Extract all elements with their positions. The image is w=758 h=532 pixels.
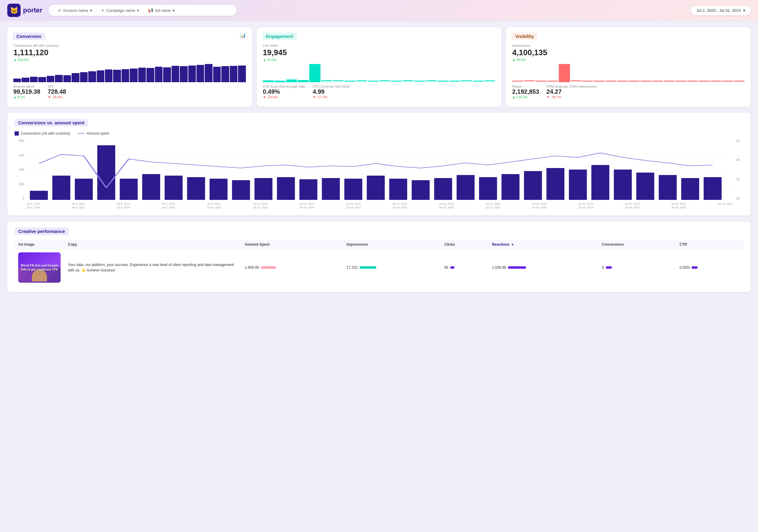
y-axis-left: 80K 60K 40K 20K 0 [15,139,24,209]
clicks-bar-cell: 95 [444,266,485,270]
svg-rect-8 [52,176,70,200]
engagement-mini-chart [263,64,496,82]
campaign-filter[interactable]: ✦ Campaign name ▾ [97,7,144,14]
creative-title: Creative performance [15,228,69,235]
conversion-main-change: ▲ 220.6% [13,58,246,61]
conversion-sub2-value: 728.48 [48,88,66,95]
x-label-7: Jul 13, 2023Jul 14, 2023 [299,202,314,209]
legend-bar-item: Conversions (All with customs) [15,131,70,136]
legend-line-label: Amount spent [87,131,109,136]
engagement-main-label: Link clicks [263,44,496,47]
bar-26 [221,66,229,82]
col-conversions: Conversions [598,240,676,249]
chart-toggle-icon[interactable]: 📊 [240,32,246,38]
x-label-12: Jul 23, 2023Jul 24, 2023 [532,202,547,209]
visibility-sub1: Reach 2,192,853 ▲ 119.9% [512,85,539,101]
main-content: Conversion 📊 Conversions (All with custo… [0,21,758,298]
col-copy: Copy [64,240,241,249]
date-range-picker[interactable]: Jul 1, 2023 - Jul 31, 2023 ▾ [691,6,751,15]
conversion-sub2: CPL 728.48 ▼ -26.0% [48,85,66,101]
copy-cell: Your data, our platform, your success. E… [64,249,241,286]
svg-rect-25 [434,178,452,200]
x-label-10: Jul 19, 2023Jul 20, 2023 [439,202,454,209]
visibility-main-change: ▲ 80.9% [512,58,745,61]
x-label-1: Jul 1, 2023Jul 2, 2023 [27,202,40,209]
x-label-14: Jul 27, 2023Jul 28, 2023 [625,202,639,209]
x-axis-labels: Jul 1, 2023Jul 2, 2023 Jul 3, 2023Jul 4,… [27,202,733,209]
bar-4 [38,77,46,82]
bar-23 [196,65,204,82]
table-header-row: Ad image Copy Amount Spent Impressions C… [15,240,743,249]
legend-line-box [78,133,85,134]
bar-21 [180,66,188,82]
svg-rect-19 [299,179,317,200]
bar-12 [105,69,113,82]
engagement-sub1: CTR (Link click-through rate) 0.49% ▼ -2… [263,85,306,101]
ad-image-placeholder: Blend FB Ads and Google Ads to get combi… [18,252,61,283]
bar-15 [130,69,137,82]
svg-rect-21 [344,179,362,200]
bar-17 [147,68,154,82]
campaign-icon: ✦ [101,8,105,13]
amount-spent-cell: 1,989.95 [241,249,343,286]
visibility-main-label: Impressions [512,44,745,47]
svg-rect-34 [637,173,654,200]
bar-27 [230,66,237,82]
conversions-bar [606,266,612,269]
clicks-value: 95 [444,266,448,270]
bar-19 [163,67,171,82]
col-reactions[interactable]: Reactions ▼ [489,240,598,249]
x-label-5: Jul 9, 2023Jul 10, 2023 [206,202,221,209]
bar-22 [188,65,196,82]
svg-rect-30 [546,168,564,200]
engagement-sub-metrics: CTR (Link click-through rate) 0.49% ▼ -2… [263,85,496,101]
reactions-bar [508,266,526,269]
ctr-value: 0.55% [679,266,690,270]
col-amount-spent: Amount Spent [241,240,343,249]
chart-with-axes: 80K 60K 40K 20K 0 [15,139,743,209]
bar-14 [121,69,129,82]
conversion-sub2-change: ▼ -26.0% [48,95,66,99]
chart-area: Jul 1, 2023Jul 2, 2023 Jul 3, 2023Jul 4,… [27,139,733,209]
engagement-card-title: Engagement [262,32,297,40]
bar-8 [72,73,79,82]
conversion-card-title: Conversion [13,32,45,40]
col-ad-image: Ad image [15,240,64,249]
svg-rect-29 [524,171,542,200]
svg-rect-18 [277,177,295,200]
svg-rect-35 [659,175,677,200]
bar-2 [21,78,29,82]
svg-rect-11 [120,179,138,200]
ad-filter[interactable]: 📢 Ad name ▾ [144,7,179,14]
col-clicks: Clicks [440,240,488,249]
bar-16 [138,68,146,82]
ad-image-text: Blend FB Ads and Google Ads to get combi… [20,264,58,271]
table-row: Blend FB Ads and Google Ads to get combi… [15,249,743,286]
impressions-bar-cell: 17,322 [347,266,437,270]
logo: 🐱 porter [7,4,43,17]
svg-rect-10 [97,145,115,200]
conversion-sub-metrics: Amount spent 99,519.38 ▲ 9.1% CPL 728.48… [13,85,246,101]
x-label-8: Jul 15, 2023Jul 16, 2023 [346,202,361,209]
conversion-sub1-label: Amount spent [13,85,40,88]
svg-rect-20 [322,178,340,200]
main-chart-title: Conversions vs. amount spent [15,119,88,126]
amount-spent-value: 1,989.95 [245,266,259,270]
svg-rect-7 [30,191,48,200]
x-label-3: Jul 5, 2023Jul 6, 2023 [117,202,130,209]
svg-rect-27 [479,177,497,200]
visibility-main-value: 4,100,135 [512,48,745,57]
bar-18 [155,67,162,82]
svg-rect-32 [591,165,609,200]
x-label-2: Jul 3, 2023Jul 4, 2023 [72,202,85,209]
svg-rect-31 [569,169,587,200]
bar-9 [80,72,87,82]
visibility-card-title: Visibility [511,32,537,40]
clicks-cell: 95 [440,249,488,286]
impressions-bar [360,266,376,269]
conversion-sub1: Amount spent 99,519.38 ▲ 9.1% [13,85,40,101]
conversion-sub1-change: ▲ 9.1% [13,95,40,99]
account-filter[interactable]: ⇄ Account name ▾ [53,7,97,14]
bar-1 [13,79,21,82]
visibility-sub2-change: ▼ -39.7% [546,95,597,99]
